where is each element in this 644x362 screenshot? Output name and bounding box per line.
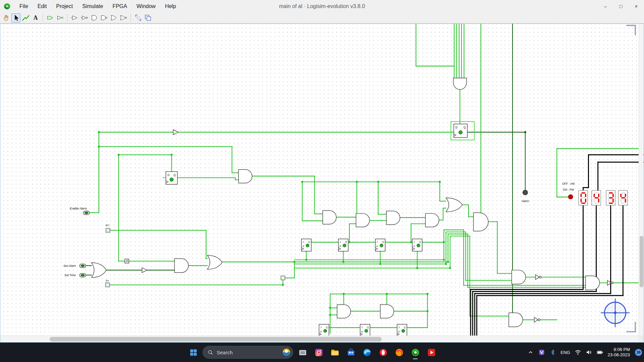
pin-component[interactable] [83, 211, 89, 215]
and-component[interactable] [174, 259, 189, 273]
and-component[interactable] [509, 313, 523, 327]
battery-icon[interactable] [597, 349, 603, 356]
and-component[interactable] [238, 170, 252, 183]
output-pin-tool[interactable] [55, 13, 64, 22]
and-component[interactable] [386, 211, 400, 225]
dff-component[interactable]: DQ [166, 172, 177, 184]
led-component[interactable] [568, 195, 573, 199]
language-indicator[interactable]: ENG [560, 350, 570, 355]
and-gate-tool[interactable] [90, 13, 99, 22]
svg-text:Q: Q [308, 240, 310, 243]
circuit-sheet[interactable]: DQDQJQKJQKJQKJQKJQKJQKJQKEnable Alarmm+S… [0, 24, 644, 342]
bluetooth-icon[interactable] [549, 349, 556, 356]
and-component[interactable] [356, 214, 369, 227]
circuit-canvas[interactable]: DQDQJQKJQKJQKJQKJQKJQKJQKEnable Alarmm+S… [0, 23, 644, 343]
wiring-tool[interactable] [21, 13, 30, 22]
store-icon[interactable] [344, 345, 358, 360]
seven-segment-digit[interactable] [579, 190, 588, 205]
nor-gate-tool[interactable] [119, 13, 128, 22]
canvas-label: Set Alarm [63, 264, 76, 267]
input-pin-tool[interactable] [46, 13, 55, 22]
horizontal-scrollbar[interactable] [0, 336, 639, 342]
menu-item-project[interactable]: Project [51, 0, 77, 12]
and-component[interactable] [512, 270, 526, 284]
and-component[interactable] [380, 305, 394, 318]
search-visual-icon[interactable] [282, 348, 291, 357]
seven-segment-digit[interactable] [592, 190, 601, 205]
seven-segment-digit[interactable] [606, 190, 615, 205]
buf-component[interactable] [142, 268, 147, 273]
btn-component[interactable] [105, 283, 109, 287]
tray-chevron-up-icon[interactable] [527, 349, 534, 356]
jk-component[interactable]: JQK [338, 239, 348, 251]
minimize-button[interactable]: – [598, 0, 613, 12]
buffer-tool[interactable] [70, 13, 79, 22]
maximize-button[interactable]: □ [613, 0, 629, 12]
btn-component[interactable] [106, 228, 110, 232]
vertical-scroll-thumb[interactable] [640, 236, 643, 287]
buf-component[interactable] [173, 130, 178, 135]
close-button[interactable]: × [629, 0, 644, 12]
andD-component[interactable] [453, 78, 467, 89]
volume-icon[interactable] [586, 349, 592, 356]
subcircuit-tool[interactable] [143, 13, 152, 22]
and-component[interactable] [323, 210, 336, 224]
folder-icon[interactable] [328, 345, 341, 360]
and-component[interactable] [425, 214, 439, 227]
btn-component[interactable] [281, 276, 285, 280]
wire-junction-dot [416, 267, 418, 269]
or-component[interactable] [92, 263, 106, 278]
or-component[interactable] [446, 198, 463, 212]
jk-component[interactable]: JQK [375, 239, 385, 251]
edge-icon[interactable] [360, 345, 374, 360]
or-component[interactable] [207, 255, 222, 269]
seven-segment-digit[interactable] [619, 190, 628, 205]
media-app-icon[interactable] [425, 345, 438, 360]
nand-gate-tool[interactable] [99, 13, 108, 22]
menu-item-file[interactable]: File [15, 0, 33, 12]
jk-component[interactable]: JQK [397, 324, 407, 337]
poke-tool[interactable] [2, 13, 11, 22]
menu-item-help[interactable]: Help [160, 0, 181, 12]
or-gate-tool[interactable] [109, 13, 118, 22]
taskbar-clock[interactable]: 8:06 PM 23-06-2023 [608, 347, 630, 358]
vertical-scrollbar[interactable] [639, 24, 644, 336]
and-component[interactable] [474, 213, 488, 231]
horizontal-scroll-thumb[interactable] [50, 337, 382, 342]
jk-component[interactable]: JQK [412, 239, 422, 251]
and-component[interactable] [337, 305, 351, 318]
instagram-icon[interactable] [312, 345, 325, 360]
bufo-component[interactable] [534, 317, 540, 322]
and-component[interactable] [586, 276, 600, 290]
pin-component[interactable] [79, 264, 86, 268]
start-button[interactable] [186, 345, 200, 360]
zoom-crosshair-widget[interactable] [601, 298, 630, 327]
clk-component[interactable] [125, 259, 129, 263]
svg-text:J: J [320, 326, 322, 329]
wifi-icon[interactable] [575, 349, 581, 356]
dff-component[interactable]: DQ [451, 122, 474, 140]
not-gate-tool[interactable] [80, 13, 89, 22]
jk-component[interactable]: JQK [319, 324, 329, 337]
menu-item-window[interactable]: Window [132, 0, 160, 12]
jk-component[interactable]: JQK [360, 324, 370, 337]
jk-component[interactable]: JQK [302, 239, 311, 251]
pin-component[interactable] [79, 274, 86, 277]
appearance-tool[interactable] [133, 13, 143, 22]
bufo-component[interactable] [536, 275, 541, 280]
notification-badge[interactable]: 39 [635, 349, 642, 356]
menu-item-edit[interactable]: Edit [33, 0, 52, 12]
search-box[interactable]: Search [203, 346, 293, 359]
edit-tool[interactable] [11, 13, 20, 22]
firefox-icon[interactable] [392, 345, 406, 360]
wire-junction-dot [449, 267, 451, 269]
opera-icon[interactable] [376, 345, 390, 360]
odot-component[interactable] [523, 190, 528, 195]
v-app-tray-icon[interactable] [538, 349, 545, 356]
text-tool[interactable]: A [31, 13, 40, 22]
menu-item-fpga[interactable]: FPGA [108, 0, 132, 12]
screenshot-tool-icon[interactable] [296, 345, 309, 360]
circuit-components[interactable]: DQDQJQKJQKJQKJQKJQKJQKJQK [79, 78, 613, 337]
logisim-icon[interactable] [409, 345, 422, 360]
menu-item-simulate[interactable]: Simulate [77, 0, 108, 12]
